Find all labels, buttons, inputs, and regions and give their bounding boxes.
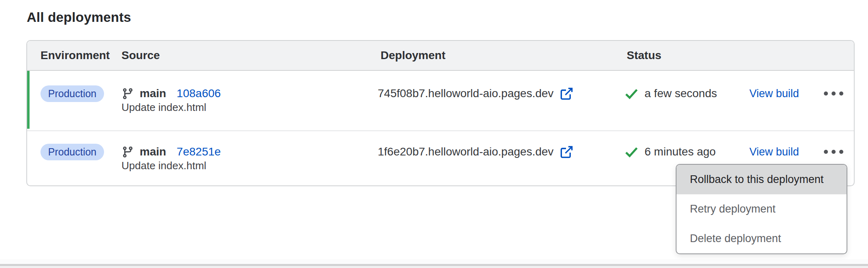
environment-badge-label: Production — [48, 88, 97, 100]
open-deployment-button[interactable] — [560, 87, 574, 101]
commit-message: Update index.html — [121, 101, 206, 113]
check-icon — [624, 145, 639, 160]
menu-item-delete[interactable]: Delete deployment — [677, 224, 847, 253]
active-deployment-indicator — [27, 71, 30, 129]
page-title: All deployments — [27, 10, 131, 25]
ellipsis-icon — [839, 91, 843, 96]
column-header-status: Status — [627, 41, 662, 70]
ellipsis-icon — [839, 150, 843, 154]
status-cell: a few seconds — [624, 85, 717, 102]
deployment-cell: 1f6e20b7.helloworld-aio.pages.dev — [378, 144, 574, 160]
column-header-environment: Environment — [40, 41, 110, 70]
table-row: Production main 108a606 Update index.htm… — [27, 71, 854, 131]
ellipsis-icon — [832, 91, 836, 96]
column-header-deployment: Deployment — [381, 41, 445, 70]
branch-name: main — [140, 87, 166, 100]
view-build-cell: View build — [749, 144, 799, 160]
commit-link[interactable]: 108a606 — [177, 87, 221, 100]
row-actions-menu: Rollback to this deployment Retry deploy… — [676, 164, 847, 254]
check-icon — [624, 86, 639, 101]
ellipsis-icon — [824, 150, 828, 154]
external-link-icon — [560, 87, 574, 101]
view-build-link[interactable]: View build — [749, 146, 799, 158]
menu-item-retry[interactable]: Retry deployment — [677, 194, 847, 224]
source-cell: main 7e8251e — [121, 144, 221, 160]
git-branch-icon — [121, 146, 134, 158]
column-header-source: Source — [121, 41, 160, 70]
status-time: a few seconds — [645, 87, 717, 100]
row-actions-button[interactable] — [819, 87, 848, 100]
page-bottom-strip — [0, 266, 868, 268]
ellipsis-icon — [824, 91, 828, 96]
external-link-icon — [560, 145, 574, 159]
table-header-row: Environment Source Deployment Status — [27, 41, 854, 71]
status-time: 6 minutes ago — [645, 145, 716, 158]
deployments-page: All deployments Environment Source Deplo… — [0, 0, 868, 268]
environment-badge: Production — [40, 85, 104, 102]
deployment-url: 745f08b7.helloworld-aio.pages.dev — [378, 87, 553, 100]
deployment-url: 1f6e20b7.helloworld-aio.pages.dev — [378, 145, 553, 158]
view-build-cell: View build — [749, 85, 799, 102]
environment-badge-label: Production — [48, 146, 97, 158]
source-cell: main 108a606 — [121, 85, 221, 102]
page-bottom-fade — [0, 259, 868, 264]
deployment-cell: 745f08b7.helloworld-aio.pages.dev — [378, 85, 574, 102]
branch-name: main — [140, 145, 166, 158]
view-build-link[interactable]: View build — [749, 87, 799, 100]
open-deployment-button[interactable] — [560, 145, 574, 159]
git-branch-icon — [121, 87, 134, 100]
status-cell: 6 minutes ago — [624, 144, 716, 160]
menu-item-rollback[interactable]: Rollback to this deployment — [677, 165, 847, 194]
ellipsis-icon — [832, 150, 836, 154]
commit-link[interactable]: 7e8251e — [177, 145, 221, 158]
row-actions-button[interactable] — [819, 145, 848, 158]
environment-badge: Production — [40, 144, 104, 160]
commit-message: Update index.html — [121, 160, 206, 172]
